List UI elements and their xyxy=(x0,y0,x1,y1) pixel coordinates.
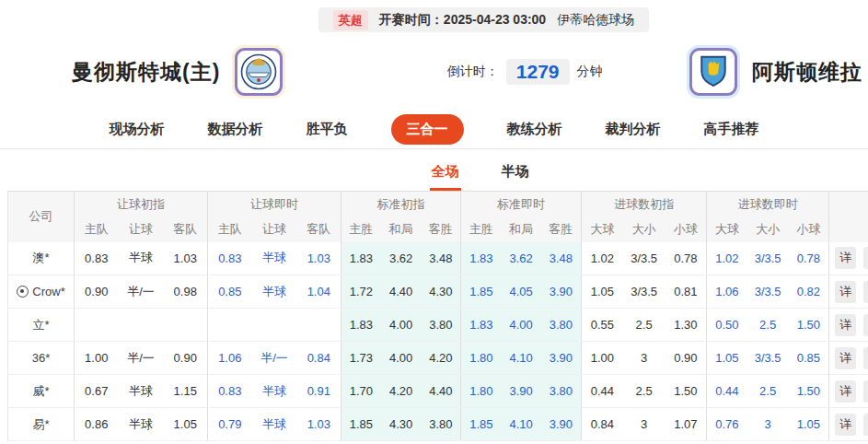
odds-cell: 3.80 xyxy=(541,309,582,342)
detail-button[interactable]: 详 xyxy=(835,281,856,303)
col-header: 和局 xyxy=(381,217,422,242)
odds-cell: 1.02 xyxy=(582,242,623,275)
odds-cell: 4.40 xyxy=(381,275,422,309)
col-header: 和局 xyxy=(502,217,541,242)
odds-cell: 3 xyxy=(747,408,789,441)
odds-cell: 0.79 xyxy=(208,408,252,441)
record-button[interactable]: 绩 xyxy=(863,347,868,369)
odds-cell: 1.05 xyxy=(582,275,623,309)
odds-cell: 0.90 xyxy=(665,342,707,375)
col-header: 大球 xyxy=(582,217,623,242)
odds-cell: 1.15 xyxy=(164,375,208,408)
odds-cell: 0.85 xyxy=(208,275,252,309)
company-column-header: 公司 xyxy=(8,192,75,242)
detail-button[interactable]: 详 xyxy=(835,380,856,403)
detail-button[interactable]: 详 xyxy=(835,347,856,369)
countdown-value: 1279 xyxy=(506,59,570,85)
odds-cell: 1.00 xyxy=(75,342,119,375)
nav-tabs: 现场分析数据分析胜平负三合一教练分析裁判分析高手推荐 xyxy=(41,110,827,148)
odds-cell: 0.44 xyxy=(582,375,623,408)
odds-cell: 1.83 xyxy=(461,309,502,342)
odds-cell: 0.84 xyxy=(297,342,341,375)
odds-cell: 1.83 xyxy=(341,309,381,342)
col-header: 主胜 xyxy=(341,217,381,242)
odds-cell: 0.44 xyxy=(707,375,747,408)
odds-cell xyxy=(119,309,164,342)
odds-cell: 0.67 xyxy=(75,375,119,408)
match-meta-bar: 英超 开赛时间：2025-04-23 03:00 伊蒂哈德球场 xyxy=(318,7,649,32)
nav-tab-4[interactable]: 三合一 xyxy=(391,114,464,145)
odds-cell: 1.73 xyxy=(341,342,381,375)
odds-cell: 3/3.5 xyxy=(747,342,789,375)
table-row: Crow*0.90半/一0.980.85半球1.041.724.404.301.… xyxy=(8,275,868,309)
odds-cell xyxy=(208,309,252,342)
period-tab-2[interactable]: 半场 xyxy=(500,158,531,191)
odds-cell xyxy=(75,309,119,342)
odds-cell: 4.30 xyxy=(381,408,422,441)
odds-cell: 1.03 xyxy=(164,242,208,275)
nav-tab-6[interactable]: 裁判分析 xyxy=(606,121,661,138)
odds-cell: 1.02 xyxy=(707,242,747,275)
col-header: 小球 xyxy=(789,217,829,242)
odds-cell: 3.80 xyxy=(541,375,582,408)
col-header: 客胜 xyxy=(541,217,582,242)
col-header: 客胜 xyxy=(422,217,461,242)
nav-tab-7[interactable]: 高手推荐 xyxy=(704,121,759,138)
odds-cell: 1.80 xyxy=(461,342,502,375)
period-tabs: 全场半场 xyxy=(46,158,868,191)
record-button[interactable]: 绩 xyxy=(863,414,868,436)
odds-cell: 半球 xyxy=(119,375,164,408)
soccer-ball-icon xyxy=(17,286,29,298)
odds-cell: 1.85 xyxy=(341,408,381,441)
away-team-name: 阿斯顿维拉 xyxy=(752,58,862,87)
group-header-2: 让球即时 xyxy=(208,192,341,217)
table-row: 易*0.86半球1.050.79半球1.031.854.303.801.854.… xyxy=(8,408,868,441)
nav-tab-5[interactable]: 教练分析 xyxy=(507,121,562,138)
venue-name: 伊蒂哈德球场 xyxy=(557,12,634,29)
kickoff-value: 2025-04-23 03:00 xyxy=(444,12,546,27)
record-button[interactable]: 绩 xyxy=(863,281,868,303)
odds-cell: 0.50 xyxy=(707,309,747,342)
odds-cell: 半/一 xyxy=(252,342,297,375)
col-header: 主队 xyxy=(75,217,119,242)
odds-cell: 半球 xyxy=(119,408,164,441)
col-header: 客队 xyxy=(297,217,341,242)
odds-cell: 3 xyxy=(623,342,665,375)
company-cell[interactable]: 威* xyxy=(8,375,75,408)
odds-cell: 3/3.5 xyxy=(623,275,665,309)
odds-cell: 3.90 xyxy=(541,275,582,309)
record-button[interactable]: 绩 xyxy=(863,247,868,269)
col-header: 小球 xyxy=(665,217,707,242)
odds-cell: 3.80 xyxy=(422,408,461,441)
company-cell[interactable]: Crow* xyxy=(8,275,75,309)
kickoff-label: 开赛时间： xyxy=(379,12,444,27)
company-cell[interactable]: 易* xyxy=(8,408,75,441)
odds-cell: 4.00 xyxy=(381,309,422,342)
col-header: 客队 xyxy=(164,217,208,242)
detail-button[interactable]: 详 xyxy=(835,247,856,269)
company-cell[interactable]: 立* xyxy=(8,309,75,342)
record-button[interactable]: 绩 xyxy=(863,314,868,336)
league-badge[interactable]: 英超 xyxy=(333,10,368,30)
nav-tab-1[interactable]: 现场分析 xyxy=(110,121,165,138)
company-cell[interactable]: 36* xyxy=(8,342,75,375)
meta-row: 英超 开赛时间：2025-04-23 03:00 伊蒂哈德球场 xyxy=(0,0,868,32)
col-header: 让球 xyxy=(119,217,164,242)
odds-cell: 半球 xyxy=(252,408,297,441)
odds-cell: 1.80 xyxy=(461,375,502,408)
odds-cell: 4.10 xyxy=(502,408,541,441)
detail-button[interactable]: 详 xyxy=(835,414,856,436)
odds-cell: 3.48 xyxy=(422,242,461,275)
odds-cell: 1.06 xyxy=(208,342,252,375)
company-cell[interactable]: 澳* xyxy=(8,242,75,275)
group-header-6: 进球数即时 xyxy=(707,192,829,217)
nav-tab-3[interactable]: 胜平负 xyxy=(307,121,348,138)
odds-cell: 3.80 xyxy=(422,309,461,342)
detail-button[interactable]: 详 xyxy=(835,314,856,336)
countdown-unit: 分钟 xyxy=(577,64,603,80)
nav-tab-2[interactable]: 数据分析 xyxy=(208,121,263,138)
period-tab-1[interactable]: 全场 xyxy=(430,158,461,191)
odds-cell: 0.98 xyxy=(164,275,208,309)
odds-cell: 4.00 xyxy=(381,342,422,375)
record-button[interactable]: 绩 xyxy=(863,380,868,403)
